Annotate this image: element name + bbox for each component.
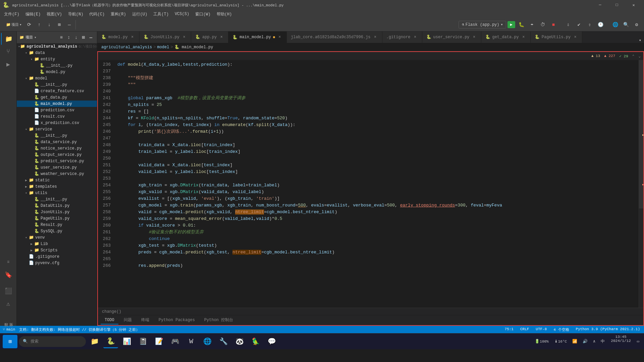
status-python[interactable]: Python 3.9 (PyCharm 2021.2.1): [575, 327, 641, 332]
tab-gitignore[interactable]: .gitignore ×: [382, 32, 422, 43]
tree-item-weather-service[interactable]: 🐍 weather_service.py: [17, 171, 97, 177]
run-button[interactable]: ▶: [507, 21, 515, 28]
tree-item-lib[interactable]: ▶ 📁 Lib: [17, 241, 97, 247]
tab-jsonutils[interactable]: 🐍 JsonUtils.py ×: [140, 32, 191, 43]
tree-item-model[interactable]: ▾ 📁 model: [17, 75, 97, 81]
tray-battery[interactable]: 🔋 100%: [533, 335, 550, 348]
toolbar-project-btn[interactable]: 📁 项目 ▾: [4, 20, 24, 29]
tree-item-main-model[interactable]: 🐍 main_model.py: [17, 101, 97, 107]
menu-navigate[interactable]: 导航(N): [65, 11, 86, 18]
panel-tab-packages[interactable]: Python Packages: [155, 316, 199, 324]
search-everywhere-btn[interactable]: 🔍: [621, 20, 631, 29]
sidebar-sort2-btn[interactable]: ↓: [73, 34, 79, 41]
vcs-history-btn[interactable]: 🕐: [596, 20, 605, 29]
status-encoding[interactable]: UTF-8: [534, 327, 548, 332]
vcs-update-btn[interactable]: ⇩: [564, 20, 573, 29]
fold-all-btn[interactable]: ⌃: [632, 54, 635, 58]
taskbar-word[interactable]: 📝: [152, 335, 166, 348]
tab-pageutils[interactable]: 🐍 PageUtils.py ×: [531, 32, 582, 43]
toolbar-up-btn[interactable]: ↑: [35, 20, 44, 29]
menu-file[interactable]: 文件(F): [1, 11, 22, 18]
panel-tab-console[interactable]: Python 控制台: [200, 316, 237, 325]
tab-get-data-close[interactable]: ×: [521, 35, 526, 40]
tree-item-predict-service[interactable]: 🐍 predict_service.py: [17, 158, 97, 164]
tree-item-utils[interactable]: ▾ 📁 utils: [17, 190, 97, 196]
tree-item-utils-init[interactable]: 🐍 __init__.py: [17, 196, 97, 202]
taskbar-pycharm[interactable]: 🐍: [103, 335, 118, 348]
tray-network[interactable]: 📶: [570, 335, 579, 348]
taskbar-search[interactable]: 🔍 搜索: [19, 336, 86, 347]
taskbar-onenote[interactable]: 📓: [136, 335, 150, 348]
status-crlf[interactable]: CRLF: [519, 327, 530, 332]
taskbar-excel[interactable]: 📊: [119, 335, 134, 348]
tree-item-data[interactable]: ▾ 📁 data: [17, 50, 97, 56]
sidebar-collapse-btn[interactable]: —: [88, 34, 94, 41]
tree-item-notice-service[interactable]: 🐍 notice_service.py: [17, 145, 97, 152]
tree-item-result[interactable]: 🐍 Result.py: [17, 222, 97, 228]
menu-window[interactable]: 窗口(W): [193, 11, 213, 18]
activity-structure-icon[interactable]: ≡: [1, 256, 16, 268]
taskbar-app4[interactable]: 💬: [264, 335, 279, 348]
menu-code[interactable]: 代码(C): [87, 11, 107, 18]
tab-jsonutils-close[interactable]: ×: [181, 35, 187, 40]
tree-item-entity[interactable]: ▾ 📁 entity: [17, 56, 97, 62]
activity-project-icon[interactable]: 📁: [1, 33, 16, 45]
tree-item-prediction-csv[interactable]: 📄 prediction.csv: [17, 107, 97, 113]
tree-item-static[interactable]: ▶ 📁 static: [17, 177, 97, 183]
menu-view[interactable]: 视图(V): [44, 11, 65, 18]
tree-item-create-feature[interactable]: 📄 create_feature.csv: [17, 88, 97, 94]
menu-help[interactable]: 帮助(H): [214, 11, 235, 18]
tree-item-user-service[interactable]: 🐍 user_service.py: [17, 164, 97, 171]
unfold-all-btn[interactable]: ⌄: [638, 54, 641, 58]
tab-app[interactable]: 🐍 app.py ×: [191, 32, 228, 43]
error-count[interactable]: ▲ 227: [604, 54, 615, 58]
status-position[interactable]: 75:1: [503, 327, 515, 332]
tree-item-templates[interactable]: ▶ 📁 templates: [17, 183, 97, 190]
stop-btn[interactable]: ■: [549, 20, 558, 29]
tab-pageutils-close[interactable]: ×: [573, 35, 578, 40]
close-button[interactable]: ✕: [626, 0, 641, 10]
tree-item-pyvenv[interactable]: 📄 pyvenv.cfg: [17, 260, 97, 266]
toolbar-sync-btn[interactable]: ⟳: [24, 20, 34, 29]
menu-run[interactable]: 运行(U): [129, 11, 150, 18]
check-count[interactable]: ✓ 29: [619, 54, 628, 58]
tree-item-init3[interactable]: 🐍 __init__.py: [17, 132, 97, 139]
breadcrumb-project[interactable]: agricultural_analysis: [101, 45, 152, 50]
taskbar-app3[interactable]: 🦜: [248, 335, 263, 348]
tab-jlab[interactable]: jlab_core.a61821d8a2a9c35d7996.js ×: [287, 32, 382, 43]
tab-main-model-close[interactable]: ×: [277, 35, 282, 40]
tab-model[interactable]: 🐍 model.py ×: [97, 32, 140, 43]
panel-tab-terminal[interactable]: 终端: [137, 316, 153, 325]
breadcrumb-model[interactable]: model: [157, 45, 169, 50]
menu-refactor[interactable]: 重构(R): [108, 11, 129, 18]
tree-item-datautils[interactable]: 🐍 DataUtils.py: [17, 202, 97, 209]
code-lines[interactable]: def model(X_data,y_label,testst,predicti…: [115, 60, 639, 308]
tray-chevron[interactable]: ∧: [591, 335, 597, 348]
tab-user-service-close[interactable]: ×: [472, 35, 477, 40]
tree-item-result-csv[interactable]: 📄 result.csv: [17, 113, 97, 120]
toolbar-collapse-btn[interactable]: —: [65, 20, 74, 29]
activity-commit-icon[interactable]: ⑂: [1, 46, 16, 58]
tree-item-modelpy[interactable]: 🐍 model.py: [17, 69, 97, 75]
panel-tab-todo[interactable]: TODO: [101, 316, 118, 324]
sidebar-equalize-btn[interactable]: ≡: [58, 34, 65, 41]
vcs-push-btn[interactable]: ⇧: [585, 20, 594, 29]
tree-item-gitignore[interactable]: 📄 .gitignore: [17, 253, 97, 260]
taskbar-file-explorer[interactable]: 📁: [87, 335, 102, 348]
vcs-status[interactable]: ⑂ main: [3, 327, 15, 331]
taskbar-unity[interactable]: 🎮: [168, 335, 182, 348]
tab-jlab-close[interactable]: ×: [373, 35, 378, 40]
scrollbar-minimap[interactable]: [639, 60, 643, 308]
activity-run-icon[interactable]: ▶: [1, 58, 16, 70]
settings-btn[interactable]: ⚙: [632, 20, 641, 29]
toolbar-down-btn[interactable]: ↓: [45, 20, 54, 29]
translate-btn[interactable]: 🌐: [610, 20, 620, 29]
tree-item-pageutils[interactable]: 🐍 PageUtils.py: [17, 215, 97, 222]
code-editor[interactable]: 236 237 238 239 240 241 242 243 244 245 …: [98, 60, 643, 308]
translation-status[interactable]: 文档: 翻译文档失败: 网络连接超时 // 切换翻译引擎（5 分钟 之前）: [19, 327, 140, 332]
tab-model-close[interactable]: ×: [130, 35, 135, 40]
activity-git-icon[interactable]: 版本控制: [3, 314, 13, 326]
profile-btn[interactable]: ⏱: [538, 20, 547, 29]
tab-gitignore-close[interactable]: ×: [413, 35, 418, 40]
tray-volume[interactable]: 🔊: [581, 335, 590, 348]
